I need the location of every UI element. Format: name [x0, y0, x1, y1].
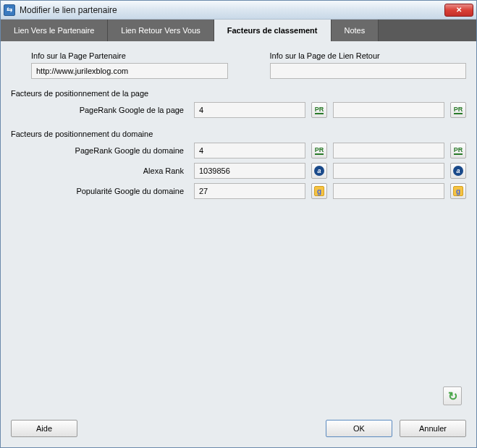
tab-partner-link[interactable]: Lien Vers le Partenaire	[1, 20, 108, 41]
domain-pr-label: PageRank Google du domaine	[11, 146, 188, 155]
alexa-right-input[interactable]	[333, 163, 444, 179]
gpop-row: Popularité Google du domaine g g	[11, 183, 466, 199]
domain-pr-right-fetch-button[interactable]: PR	[450, 143, 466, 159]
ok-button[interactable]: OK	[326, 420, 392, 437]
dialog-window: ⇆ Modifier le lien partenaire ✕ Lien Ver…	[0, 0, 477, 448]
domain-pr-right-input[interactable]	[333, 143, 444, 159]
pagerank-icon: PR	[454, 106, 463, 114]
alexa-icon: a	[314, 166, 324, 176]
refresh-icon: ↻	[448, 389, 457, 403]
alexa-label: Alexa Rank	[11, 166, 188, 175]
gpop-left-fetch-button[interactable]: g	[311, 183, 327, 199]
google-popularity-icon: g	[453, 186, 463, 196]
page-pr-row: PageRank Google de la page PR PR	[11, 102, 466, 118]
return-info-col: Info sur la Page de Lien Retour	[250, 51, 467, 79]
gpop-right-fetch-button[interactable]: g	[450, 183, 466, 199]
gpop-right-input[interactable]	[333, 183, 444, 199]
gpop-label: Popularité Google du domaine	[11, 187, 188, 195]
alexa-icon: a	[453, 166, 463, 176]
partner-info-col: Info sur la Page Partenaire	[11, 51, 228, 79]
gpop-left-input[interactable]	[194, 183, 305, 199]
tab-bar: Lien Vers le Partenaire Lien Retour Vers…	[1, 20, 476, 41]
help-button[interactable]: Aide	[11, 420, 77, 437]
page-factors-header: Facteurs de positionnement de la page	[11, 89, 466, 98]
page-pr-left-input[interactable]	[194, 102, 305, 118]
button-bar: Aide OK Annuler	[1, 414, 476, 447]
return-info-label: Info sur la Page de Lien Retour	[270, 51, 467, 60]
app-icon: ⇆	[4, 4, 15, 16]
partner-url-input[interactable]	[31, 63, 228, 79]
alexa-left-input[interactable]	[194, 163, 305, 179]
page-pr-label: PageRank Google de la page	[11, 106, 188, 114]
close-button[interactable]: ✕	[444, 4, 473, 17]
domain-pr-left-fetch-button[interactable]: PR	[311, 143, 327, 159]
button-spacer	[85, 420, 318, 437]
partner-info-label: Info sur la Page Partenaire	[31, 51, 228, 60]
window-title: Modifier le lien partenaire	[20, 5, 444, 15]
pagerank-icon: PR	[454, 147, 463, 155]
info-row: Info sur la Page Partenaire Info sur la …	[11, 51, 466, 79]
pagerank-icon: PR	[315, 147, 324, 155]
alexa-row: Alexa Rank a a	[11, 163, 466, 179]
page-pr-right-input[interactable]	[333, 102, 444, 118]
page-pr-left-fetch-button[interactable]: PR	[311, 102, 327, 118]
alexa-left-fetch-button[interactable]: a	[311, 163, 327, 179]
domain-pr-row: PageRank Google du domaine PR PR	[11, 143, 466, 159]
tab-ranking-factors[interactable]: Facteurs de classement	[214, 20, 332, 41]
return-url-input[interactable]	[270, 63, 467, 79]
tab-return-link[interactable]: Lien Retour Vers Vous	[108, 20, 214, 41]
google-popularity-icon: g	[314, 186, 324, 196]
tab-notes[interactable]: Notes	[332, 20, 379, 41]
domain-pr-left-input[interactable]	[194, 143, 305, 159]
pagerank-icon: PR	[315, 106, 324, 114]
page-pr-right-fetch-button[interactable]: PR	[450, 102, 466, 118]
domain-factors-header: Facteurs de positionnement du domaine	[11, 130, 466, 138]
content-panel: Info sur la Page Partenaire Info sur la …	[1, 41, 476, 414]
refresh-all-button[interactable]: ↻	[443, 386, 462, 405]
cancel-button[interactable]: Annuler	[400, 420, 466, 437]
alexa-right-fetch-button[interactable]: a	[450, 163, 466, 179]
titlebar: ⇆ Modifier le lien partenaire ✕	[1, 1, 476, 20]
content-spacer	[11, 203, 466, 384]
